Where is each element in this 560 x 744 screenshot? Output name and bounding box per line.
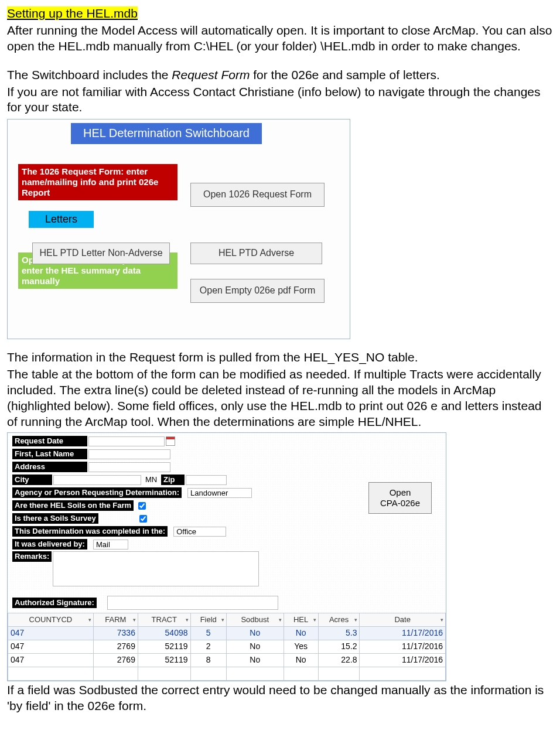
hel-ptd-letter-non-adverse-button[interactable]: HEL PTD Letter Non-Adverse	[32, 243, 170, 264]
cell-field: 2	[190, 640, 226, 654]
table-row[interactable]: 047 2769 52119 8 No No 22.8 11/17/2016	[8, 654, 446, 667]
label-delivered-by: It was delivered by:	[12, 539, 87, 550]
request-form-table: COUNTYCD▾ FARM▾ TRACT▾ Field▾ Sodbust▾ H…	[8, 613, 446, 681]
para2-em: Request Form	[172, 68, 250, 81]
th-sodbust[interactable]: Sodbust▾	[226, 613, 284, 627]
label-remarks: Remarks:	[12, 551, 52, 562]
cell-sodbust: No	[226, 627, 284, 640]
cell-sodbust: No	[226, 654, 284, 667]
label-address: Address	[12, 462, 87, 473]
paragraph-5: The table at the bottom of the form can …	[7, 367, 553, 430]
label-soils-survey: Is there a Soils Survey	[12, 513, 98, 524]
request-form-screenshot: Request Date First, Last Name Address Ci…	[7, 432, 446, 681]
cell-county: 047	[8, 654, 94, 667]
switchboard-screenshot: HEL Determination Switchboard The 1026 R…	[7, 119, 350, 339]
cell-farm: 2769	[93, 640, 138, 654]
cell-farm: 2769	[93, 654, 138, 667]
cell-field: 5	[190, 627, 226, 640]
cell-date: 11/17/2016	[360, 640, 446, 654]
cell-tract: 52119	[138, 654, 190, 667]
request-date-input[interactable]	[88, 436, 165, 446]
paragraph-2: The Switchboard includes the Request For…	[7, 67, 553, 83]
switchboard-title: HEL Determination Switchboard	[71, 123, 262, 144]
completed-select[interactable]: Office	[173, 527, 226, 537]
switchboard-red-note: The 1026 Request Form: enter name/mailin…	[18, 164, 177, 200]
label-auth-sig: Authorized Signature:	[12, 598, 97, 609]
hel-soils-checkbox[interactable]	[138, 502, 146, 510]
paragraph-6: If a field was Sodbusted the correct ent…	[7, 682, 553, 714]
remarks-input[interactable]	[53, 551, 259, 586]
cell-sodbust: No	[226, 640, 284, 654]
cell-field: 8	[190, 654, 226, 667]
cell-county: 047	[8, 627, 94, 640]
label-hel-soils: Are there HEL Soils on the Farm	[12, 500, 134, 511]
agency-select[interactable]: Landowner	[187, 488, 252, 498]
cell-acres: 15.2	[318, 640, 360, 654]
cell-date: 11/17/2016	[360, 654, 446, 667]
cell-acres: 5.3	[318, 627, 360, 640]
para2-pre: The Switchboard includes the	[7, 68, 172, 81]
cell-tract: 54098	[138, 627, 190, 640]
label-city: City	[12, 475, 52, 486]
cell-acres: 22.8	[318, 654, 360, 667]
open-cpa-026e-button[interactable]: Open CPA-026e	[368, 482, 432, 514]
table-row[interactable]: 047 2769 52119 2 No Yes 15.2 11/17/2016	[8, 640, 446, 654]
cell-hel: No	[284, 627, 318, 640]
cell-tract: 52119	[138, 640, 190, 654]
cell-date: 11/17/2016	[360, 627, 446, 640]
label-request-date: Request Date	[12, 436, 87, 447]
th-date[interactable]: Date▾	[360, 613, 446, 627]
address-input[interactable]	[88, 462, 170, 472]
th-countycd[interactable]: COUNTYCD▾	[8, 613, 94, 627]
label-completed-in: This Determination was completed in the:	[12, 526, 168, 537]
para2-post: for the 026e and sample of letters.	[250, 68, 440, 81]
letters-label: Letters	[29, 211, 94, 228]
th-field[interactable]: Field▾	[190, 613, 226, 627]
label-agency: Agency or Person Requesting Determinatio…	[12, 487, 182, 499]
cell-farm: 7336	[93, 627, 138, 640]
cell-hel: Yes	[284, 640, 318, 654]
table-row-empty[interactable]	[8, 667, 446, 680]
zip-input[interactable]	[186, 475, 227, 485]
soils-survey-checkbox[interactable]	[139, 515, 147, 523]
calendar-icon[interactable]	[166, 436, 175, 446]
table-header-row: COUNTYCD▾ FARM▾ TRACT▾ Field▾ Sodbust▾ H…	[8, 613, 446, 627]
open-empty-026e-pdf-button[interactable]: Open Empty 026e pdf Form	[190, 279, 325, 302]
label-zip: Zip	[161, 475, 185, 486]
auth-sig-input[interactable]	[107, 596, 278, 610]
open-cpa-line1: Open	[390, 487, 411, 497]
page-title: Setting up the HEL.mdb	[7, 6, 138, 20]
first-last-input[interactable]	[88, 449, 170, 459]
cell-hel: No	[284, 654, 318, 667]
open-cpa-line2: CPA-026e	[380, 498, 420, 508]
cell-county: 047	[8, 640, 94, 654]
hel-ptd-adverse-button[interactable]: HEL PTD Adverse	[190, 243, 322, 264]
table-row[interactable]: 047 7336 54098 5 No No 5.3 11/17/2016	[8, 627, 446, 640]
th-tract[interactable]: TRACT▾	[138, 613, 190, 627]
label-first-last: First, Last Name	[12, 449, 87, 460]
th-acres[interactable]: Acres▾	[318, 613, 360, 627]
th-hel[interactable]: HEL▾	[284, 613, 318, 627]
paragraph-3: If you are not familiar with Access Cont…	[7, 84, 553, 116]
th-farm[interactable]: FARM▾	[93, 613, 138, 627]
city-input[interactable]	[53, 475, 141, 485]
state-value: MN	[141, 475, 161, 485]
open-1026-request-form-button[interactable]: Open 1026 Request Form	[190, 183, 325, 206]
paragraph-1: After running the Model Access will auto…	[7, 23, 553, 54]
paragraph-4: The information in the Request form is p…	[7, 350, 553, 366]
delivered-select[interactable]: Mail	[93, 540, 128, 550]
